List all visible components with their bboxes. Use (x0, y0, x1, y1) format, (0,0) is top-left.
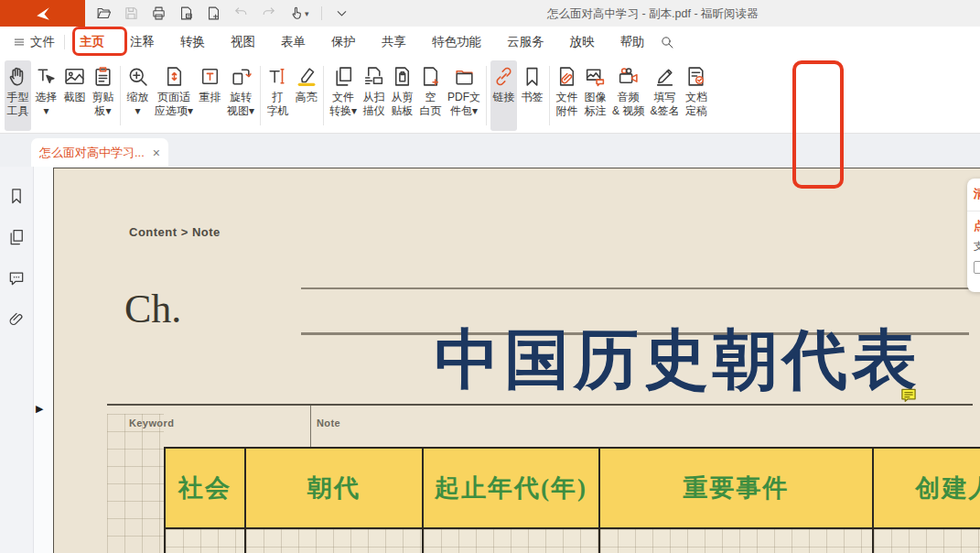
toolbar-group: 手型 工具选择 ▾截图剪贴 板▾ (4, 60, 117, 131)
print-button[interactable] (151, 5, 167, 21)
rotate-icon (230, 65, 253, 88)
menu-divider (64, 35, 65, 49)
menu-share[interactable]: 共享 (369, 27, 419, 57)
right-side-panel[interactable]: 清 点 支 (967, 179, 980, 292)
paste-page-icon (391, 65, 414, 88)
clipboard-icon (92, 65, 114, 88)
toolbar-from-scanner-button[interactable]: 从扫 描仪 (361, 60, 387, 131)
dropdown-caret-icon: ▾ (305, 9, 309, 18)
toolbar-from-clipboard-button[interactable]: 从剪 贴板 (389, 60, 415, 131)
toolbar-fit-page-options-button[interactable]: 页面适 应选项▾ (153, 60, 195, 131)
toolbar-link-button[interactable]: 链接 (490, 60, 517, 131)
menu-present[interactable]: 放映 (557, 27, 608, 57)
menu-home[interactable]: 主页 (67, 27, 117, 57)
qat-separator (321, 6, 322, 20)
quick-access-toolbar: ▾ (96, 5, 350, 21)
table-header-cell: 朝代 (246, 449, 424, 527)
table-body-cell (424, 529, 600, 553)
sidebar-bookmarks-panel-button[interactable] (7, 187, 26, 205)
toolbar-label: 打 字机 (267, 91, 289, 118)
dynasty-table: 社会朝代起止年代(年)重要事件创建人 (164, 447, 980, 553)
toolbar-label: 填写 &签名 (650, 91, 679, 118)
foxit-reader-window: ▾ 怎么面对高中学习 - 副本.pdf - 福昕阅读器 文件 主页注释转换视图表… (0, 0, 980, 553)
open-button[interactable] (96, 5, 112, 21)
image-annot-icon (584, 65, 607, 88)
toolbar-label: 截图 (64, 91, 86, 104)
sidebar-comments-panel-button[interactable] (7, 269, 26, 287)
toolbar-hand-tool-button[interactable]: 手型 工具 (5, 60, 31, 131)
toolbar-blank-page-button[interactable]: 空 白页 (417, 60, 444, 131)
new-page-button[interactable] (206, 5, 221, 21)
toolbar-file-attachment-button[interactable]: 文件 附件 (554, 60, 580, 131)
menu-features[interactable]: 特色功能 (419, 27, 494, 57)
toolbar-label: 链接 (493, 91, 515, 104)
toolbar-clipboard-button[interactable]: 剪贴 板▾ (90, 60, 116, 131)
hand-icon (6, 65, 29, 88)
select-icon (35, 65, 58, 88)
table-header-cell: 起止年代(年) (424, 449, 600, 527)
toolbar-label: 选择 ▾ (36, 91, 58, 118)
scanner-icon (362, 65, 385, 88)
toolbar-bookmark-button[interactable]: 书签 (519, 60, 545, 131)
panel-checkbox[interactable] (974, 261, 980, 274)
toolbar-pdf-portfolio-button[interactable]: PDF文 件包▾ (446, 60, 482, 131)
zoom-in-icon (126, 65, 149, 88)
doc-check-icon (684, 65, 707, 88)
export-page-button[interactable] (178, 5, 194, 21)
page-plus-icon (206, 5, 221, 21)
page-breadcrumb: Content > Note (129, 225, 221, 239)
sidebar-expand-handle[interactable]: ▶ (36, 403, 43, 415)
panel-clear-link[interactable]: 清 (974, 186, 980, 202)
toolbar-audio-video-button[interactable]: 音频 & 视频 (610, 60, 646, 131)
pen-icon (653, 65, 676, 88)
notebook-line (301, 287, 969, 289)
toolbar-image-annotation-button[interactable]: 图像 标注 (582, 60, 608, 131)
toolbar-label: 空 白页 (420, 91, 442, 118)
touch-mode-button[interactable]: ▾ (288, 5, 309, 21)
menu-view[interactable]: 视图 (218, 27, 268, 57)
more-button[interactable] (334, 5, 350, 21)
app-logo[interactable] (0, 0, 85, 27)
attach-icon (555, 65, 578, 88)
toolbar-group-separator (549, 66, 550, 125)
bookmark-icon (7, 187, 26, 205)
table-body-cell (600, 529, 874, 553)
menu-file[interactable]: 文件 (9, 27, 64, 57)
menu-comment[interactable]: 注释 (117, 27, 167, 57)
toolbar-label: 高亮 (296, 91, 318, 104)
table-body-cell (246, 529, 424, 553)
toolbar-highlight-button[interactable]: 高亮 (293, 60, 319, 131)
toolbar-select-button[interactable]: 选择 ▾ (33, 60, 59, 131)
sidebar-attachments-panel-button[interactable] (7, 310, 26, 329)
toolbar-zoom-button[interactable]: 缩放 ▾ (124, 60, 151, 131)
menu-search[interactable] (660, 35, 674, 49)
foxit-logo-icon (35, 5, 51, 22)
document-title: 中国历史朝代表 (409, 319, 947, 401)
document-viewport[interactable]: ▶ Content > Note Ch. 中国历史朝代表 Keyword Not… (34, 167, 980, 553)
ribbon-toolbar: 手型 工具选择 ▾截图剪贴 板▾缩放 ▾页面适 应选项▾重排旋转 视图▾打 字机… (0, 57, 980, 134)
redo-button (261, 5, 276, 21)
toolbar-group: 文件 附件图像 标注音频 & 视频填写 &签名文档 定稿 (553, 60, 710, 131)
menu-help[interactable]: 帮助 (608, 27, 658, 57)
sticky-note-annotation-icon[interactable] (899, 386, 918, 405)
window-title: 怎么面对高中学习 - 副本.pdf - 福昕阅读器 (547, 6, 759, 22)
toolbar-file-convert-button[interactable]: 文件 转换▾ (328, 60, 359, 131)
toolbar-reflow-button[interactable]: 重排 (197, 60, 223, 131)
toolbar-doc-finalize-button[interactable]: 文档 定稿 (683, 60, 709, 131)
menu-protect[interactable]: 保护 (318, 27, 369, 57)
sidebar-pages-panel-button[interactable] (7, 228, 26, 246)
toolbar-fill-sign-button[interactable]: 填写 &签名 (648, 60, 681, 131)
toolbar-typewriter-button[interactable]: 打 字机 (264, 60, 291, 131)
toolbar-snapshot-button[interactable]: 截图 (61, 60, 88, 131)
menu-cloud[interactable]: 云服务 (494, 27, 557, 57)
menu-form[interactable]: 表单 (268, 27, 318, 57)
toolbar-rotate-view-button[interactable]: 旋转 视图▾ (225, 60, 256, 131)
notebook-line (107, 404, 973, 406)
toolbar-label: 缩放 ▾ (127, 91, 149, 118)
toolbar-label: 从剪 贴板 (392, 91, 414, 118)
bookmark-icon (521, 65, 544, 88)
menu-convert[interactable]: 转换 (167, 27, 218, 57)
convert-icon (332, 65, 355, 88)
menu-bar: 文件 主页注释转换视图表单保护共享特色功能云服务放映帮助 (0, 27, 980, 57)
typewriter-icon (266, 65, 289, 88)
